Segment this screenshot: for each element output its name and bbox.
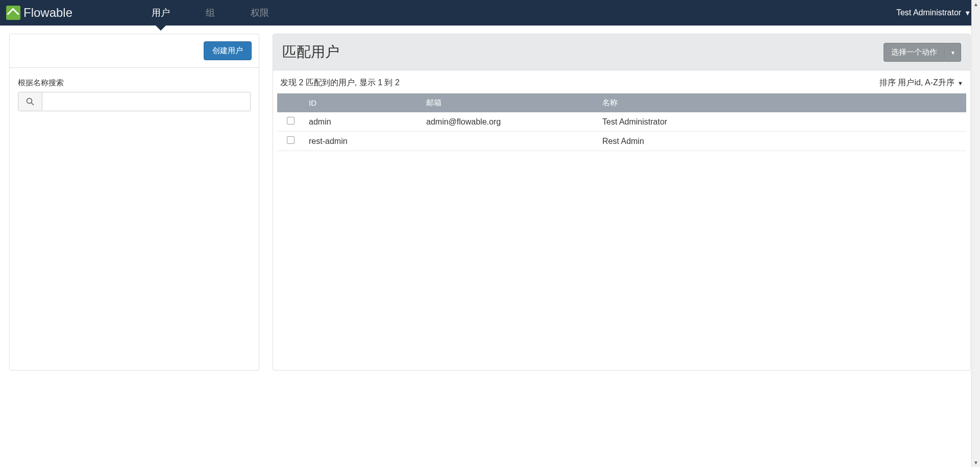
page-title: 匹配用户	[282, 42, 339, 62]
user-menu[interactable]: Test Administrator ▼	[887, 0, 980, 26]
scroll-up-icon[interactable]: ▲	[972, 0, 980, 9]
create-user-button[interactable]: 创建用户	[204, 41, 252, 60]
cell-name: Test Administrator	[597, 112, 966, 132]
logo[interactable]: Flowable	[0, 0, 83, 26]
sort-dropdown[interactable]: 排序 用户id, A-Z升序 ▼	[879, 78, 963, 88]
top-navbar: Flowable 用户 组 权限 Test Administrator ▼	[0, 0, 980, 26]
main-body: 发现 2 匹配到的用户, 显示 1 到 2 排序 用户id, A-Z升序 ▼ I…	[273, 70, 970, 155]
cell-email	[421, 132, 597, 151]
nav-item-users[interactable]: 用户	[134, 0, 188, 26]
sidebar-body: 根据名称搜索	[10, 68, 259, 121]
main-header: 匹配用户 选择一个动作 ▼	[273, 34, 970, 70]
nav-items: 用户 组 权限	[134, 0, 287, 26]
nav-item-permissions[interactable]: 权限	[233, 0, 287, 26]
nav-item-groups[interactable]: 组	[188, 0, 233, 26]
search-label: 根据名称搜索	[18, 78, 251, 88]
cell-name: Rest Admin	[597, 132, 966, 151]
result-bar: 发现 2 匹配到的用户, 显示 1 到 2 排序 用户id, A-Z升序 ▼	[277, 78, 966, 93]
search-icon	[26, 97, 34, 106]
action-dropdown: 选择一个动作 ▼	[884, 43, 961, 62]
user-menu-label: Test Administrator	[896, 8, 961, 17]
table-header-row: ID 邮箱 名称	[277, 93, 966, 112]
col-checkbox	[277, 93, 304, 112]
col-id[interactable]: ID	[304, 93, 421, 112]
row-checkbox[interactable]	[287, 117, 295, 125]
caret-down-icon: ▼	[958, 80, 963, 86]
table-row[interactable]: rest-admin Rest Admin	[277, 132, 966, 151]
result-count-text: 发现 2 匹配到的用户, 显示 1 到 2	[280, 78, 400, 88]
sort-label: 排序 用户id, A-Z升序	[879, 78, 954, 87]
svg-line-1	[32, 103, 34, 106]
chevron-down-icon: ▼	[964, 9, 971, 17]
search-input[interactable]	[42, 92, 251, 111]
col-email[interactable]: 邮箱	[421, 93, 597, 112]
cell-email: admin@flowable.org	[421, 112, 597, 132]
cell-id: rest-admin	[304, 132, 421, 151]
table-row[interactable]: admin admin@flowable.org Test Administra…	[277, 112, 966, 132]
svg-point-0	[27, 99, 32, 104]
main-container: 创建用户 根据名称搜索 匹配用户 选择一个动作 ▼ 发现 2 匹配到	[0, 26, 980, 379]
users-table: ID 邮箱 名称 admin admin@flowable.org Test A…	[277, 93, 966, 151]
row-checkbox[interactable]	[287, 136, 295, 144]
sidebar: 创建用户 根据名称搜索	[9, 34, 259, 371]
cell-id: admin	[304, 112, 421, 132]
main-panel: 匹配用户 选择一个动作 ▼ 发现 2 匹配到的用户, 显示 1 到 2 排序 用…	[273, 34, 971, 371]
search-group	[18, 92, 251, 111]
scrollbar[interactable]: ▲ ▼	[971, 0, 980, 379]
logo-text: Flowable	[23, 6, 72, 20]
caret-down-icon: ▼	[950, 50, 955, 56]
action-button[interactable]: 选择一个动作	[884, 43, 945, 62]
search-button[interactable]	[18, 92, 42, 111]
action-caret-button[interactable]: ▼	[945, 43, 961, 62]
sidebar-header: 创建用户	[10, 34, 259, 68]
logo-icon	[6, 6, 20, 20]
col-name[interactable]: 名称	[597, 93, 966, 112]
